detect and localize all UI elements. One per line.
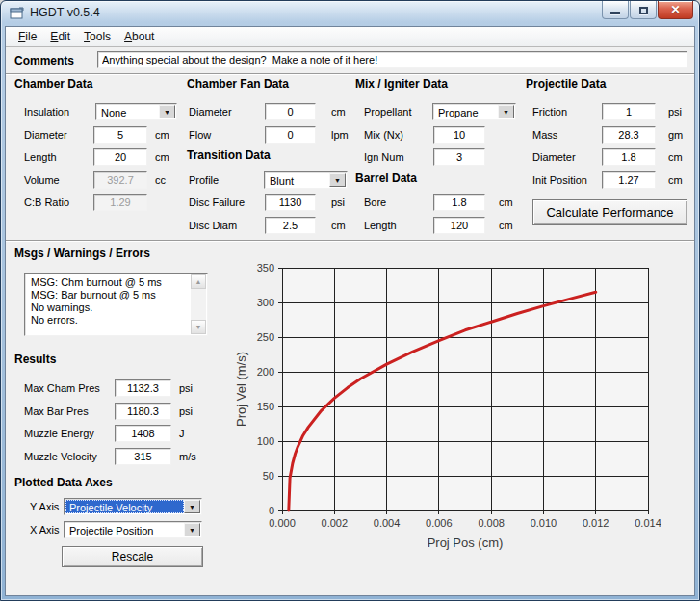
mix-nx-input[interactable]: [433, 126, 485, 144]
disc-failure-input[interactable]: [265, 194, 316, 211]
chamber-data-header: Chamber Data: [14, 77, 92, 91]
svg-text:0.002: 0.002: [322, 517, 349, 529]
propellant-combo[interactable]: Propane ▼: [432, 103, 516, 120]
menu-edit[interactable]: Edit: [43, 27, 77, 46]
field-label: Length: [364, 217, 397, 234]
field-row-proj-diameter: Diameter cm: [532, 148, 696, 166]
insulation-combo[interactable]: None ▼: [95, 103, 177, 120]
unit-label: psi: [179, 379, 193, 397]
unit-label: cm: [499, 217, 513, 234]
rescale-button[interactable]: Rescale: [62, 546, 203, 567]
svg-text:0: 0: [269, 505, 274, 516]
scroll-up-icon[interactable]: ▲: [191, 274, 206, 289]
svg-text:0.008: 0.008: [478, 517, 505, 529]
field-label: Length: [24, 148, 57, 166]
field-label: Diameter: [532, 148, 576, 166]
fan-flow-input[interactable]: [265, 126, 316, 144]
cb-ratio-output: [93, 194, 147, 211]
proj-diameter-input[interactable]: [602, 148, 656, 166]
fan-diameter-input[interactable]: [265, 103, 316, 120]
ign-num-input[interactable]: [433, 148, 485, 166]
propellant-combo-value: Propane: [434, 105, 498, 118]
scroll-down-icon[interactable]: ▼: [191, 320, 206, 334]
chevron-down-icon[interactable]: ▼: [329, 173, 346, 187]
minimize-icon: [610, 12, 620, 14]
calculate-performance-button[interactable]: Calculate Performance: [532, 199, 687, 225]
field-row-fan-diameter: Diameter cm: [189, 103, 357, 120]
mass-input[interactable]: [602, 126, 656, 144]
insulation-combo-value: None: [97, 105, 159, 118]
menu-tools[interactable]: Tools: [77, 27, 117, 46]
minimize-button[interactable]: [602, 1, 629, 19]
chevron-down-icon[interactable]: ▼: [498, 105, 514, 118]
y-axis-combo-value: Projectile Velocity: [65, 500, 184, 513]
field-row-muzzle-velocity: Muzzle Velocity m/s: [24, 448, 217, 465]
divider: [6, 240, 694, 242]
x-axis-combo-value: Projectile Position: [65, 523, 184, 536]
svg-text:0.012: 0.012: [583, 517, 609, 529]
messages-listbox[interactable]: MSG: Chm burnout @ 5 ms MSG: Bar burnout…: [24, 273, 208, 336]
field-row-mass: Mass gm: [532, 126, 696, 144]
field-label: Diameter: [24, 126, 67, 144]
field-label: Muzzle Velocity: [24, 448, 97, 465]
chevron-down-icon[interactable]: ▼: [159, 105, 175, 118]
messages-scrollbar[interactable]: ▲ ▼: [191, 274, 206, 334]
menu-file[interactable]: File: [12, 27, 43, 46]
window-title: HGDT v0.5.4: [30, 1, 100, 25]
x-axis-combo[interactable]: Projectile Position ▼: [64, 521, 202, 538]
unit-label: J: [179, 425, 185, 442]
field-label: Ign Num: [364, 148, 404, 166]
field-row-friction: Friction psi: [532, 103, 696, 120]
plotted-axes-header: Plotted Data Axes: [14, 476, 113, 489]
title-bar[interactable]: HGDT v0.5.4 ✕: [1, 1, 699, 26]
field-label: Disc Failure: [189, 194, 245, 211]
svg-text:0.014: 0.014: [635, 517, 661, 529]
maximize-button[interactable]: [630, 1, 657, 19]
unit-label: cm: [331, 103, 346, 120]
field-label: Diameter: [189, 103, 232, 120]
friction-input[interactable]: [602, 103, 656, 120]
disc-diam-input[interactable]: [265, 217, 316, 234]
field-label: Disc Diam: [189, 217, 237, 234]
init-position-input[interactable]: [602, 171, 656, 189]
close-icon: ✕: [670, 2, 680, 18]
comments-input[interactable]: [97, 51, 687, 68]
chamber-diameter-input[interactable]: [93, 126, 147, 144]
svg-text:150: 150: [257, 401, 274, 412]
field-label: Insulation: [24, 103, 69, 120]
svg-text:Proj Vel (m/s): Proj Vel (m/s): [234, 352, 248, 427]
y-axis-combo[interactable]: Projectile Velocity ▼: [64, 498, 202, 515]
bore-input[interactable]: [433, 194, 485, 211]
menu-tools-label: Tools: [84, 27, 111, 46]
unit-label: cm: [668, 171, 683, 189]
menu-edit-label: Edit: [50, 27, 70, 46]
unit-label: gm: [668, 126, 683, 144]
profile-combo[interactable]: Blunt ▼: [264, 171, 348, 189]
app-icon: [10, 7, 24, 21]
svg-text:100: 100: [257, 435, 274, 447]
field-label: C:B Ratio: [24, 194, 69, 211]
chevron-down-icon[interactable]: ▼: [184, 523, 200, 536]
menu-about[interactable]: About: [117, 27, 161, 46]
field-row-ign-num: Ign Num: [364, 148, 528, 166]
close-button[interactable]: ✕: [658, 1, 693, 19]
mix-igniter-data-header: Mix / Igniter Data: [355, 77, 448, 91]
field-label: Profile: [189, 171, 219, 189]
chevron-down-icon[interactable]: ▼: [184, 500, 200, 513]
field-row-max-bar-pres: Max Bar Pres psi: [24, 403, 217, 420]
muzzle-energy-output: [115, 425, 171, 442]
field-label: Volume: [24, 171, 60, 189]
chart: 0.0000.0020.0040.0060.0080.0100.0120.014…: [232, 253, 700, 571]
unit-label: psi: [668, 103, 682, 120]
muzzle-velocity-output: [115, 448, 171, 465]
field-row-mix-nx: Mix (Nx): [364, 126, 528, 144]
chamber-length-input[interactable]: [93, 148, 147, 166]
unit-label: m/s: [179, 448, 196, 465]
chamber-volume-output: [93, 171, 147, 189]
projectile-data-header: Projectile Data: [526, 77, 606, 91]
barrel-length-input[interactable]: [433, 217, 485, 234]
client-area: File Edit Tools About Comments Chamber D…: [5, 26, 695, 596]
field-row-init-position: Init Position cm: [532, 171, 696, 189]
x-axis-label: X Axis: [30, 521, 60, 538]
message-line: MSG: Chm burnout @ 5 ms: [26, 276, 190, 289]
